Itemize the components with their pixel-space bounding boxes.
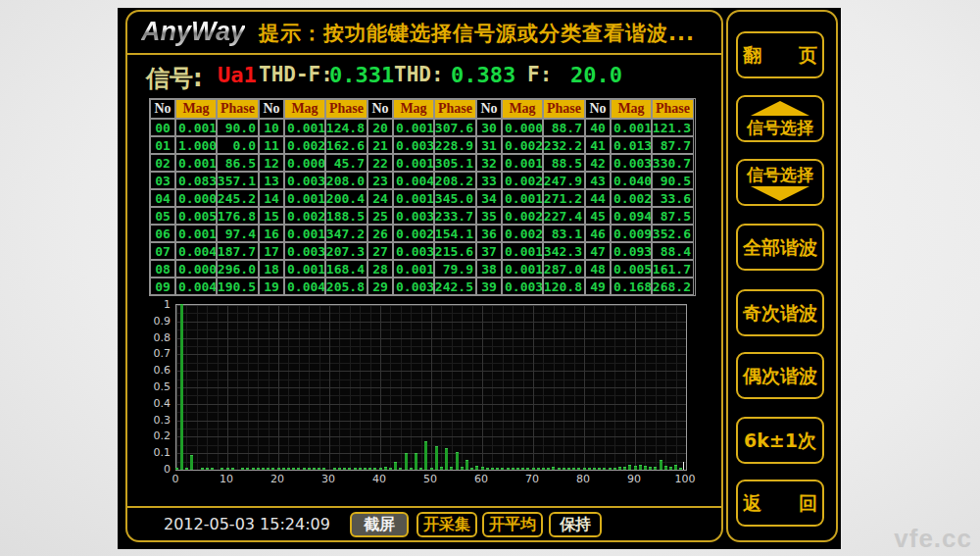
table-cell-mag: 0.168 [611,278,652,295]
table-cell-mag: 0.093 [611,242,652,260]
table-cell-mag: 0.001 [393,119,434,136]
table-cell-no: 37 [476,242,502,260]
table-cell-mag: 0.002 [284,207,325,225]
table-row: 040.000245.2140.001200.4240.001345.0340.… [150,189,695,207]
harmonic-bar [338,468,341,470]
table-cell-mag: 0.002 [611,189,652,207]
table-cell-mag: 0.003 [393,136,434,154]
table-cell-phase: 228.9 [434,136,476,154]
harmonic-bar [190,455,193,470]
table-cell-mag: 0.001 [284,119,325,136]
harmonic-bar [419,468,422,470]
table-cell-mag: 0.001 [502,260,543,278]
harmonic-bar [424,441,427,470]
y-tick-label: 0.5 [141,380,171,393]
harmonic-bar [410,468,413,471]
six-k-plus-minus-one-button[interactable]: 6k±1次 [736,417,824,464]
signal-name-value: Ua1 [218,63,257,87]
table-row: 000.00190.0100.001124.8200.001307.6300.0… [150,119,695,136]
table-cell-phase: 97.4 [217,225,259,242]
harmonic-bar [257,468,260,470]
table-cell-mag: 0.004 [175,278,217,295]
table-cell-phase: 287.0 [543,260,585,278]
harmonic-bar [297,468,300,470]
harmonic-bar [588,468,591,470]
y-tick-label: 0.8 [141,331,171,344]
harmonic-table: NoMagPhaseNoMagPhaseNoMagPhaseNoMagPhase… [149,98,696,296]
harmonic-bar [567,468,570,470]
harmonic-bar [475,466,478,470]
table-cell-mag: 0.002 [284,136,325,154]
harmonic-bar [664,466,667,470]
table-cell-mag: 0.003 [393,207,434,225]
table-cell-mag: 0.002 [393,225,434,242]
col-header-no: No [259,99,284,119]
table-cell-phase: 161.7 [652,260,694,278]
harmonic-bar [226,468,229,470]
harmonic-bar [287,468,290,470]
table-cell-phase: 87.7 [652,136,694,154]
table-cell-mag: 0.040 [611,172,652,189]
device-screen: AnyWay 提示：按功能键选择信号源或分类查看谐波... 信号: Ua1 TH… [118,8,841,549]
table-cell-phase: 208.2 [434,172,476,189]
table-cell-phase: 342.3 [543,242,585,260]
signal-select-down-button[interactable]: 信号选择 [736,159,824,206]
frequency-value: 20.0 [570,63,622,87]
table-cell-mag: 0.001 [393,154,434,172]
harmonic-bar [394,462,397,470]
table-cell-mag: 0.005 [175,207,217,225]
table-row: 011.0000.0110.002162.6210.003228.9310.00… [150,136,695,154]
col-header-mag: Mag [393,99,434,119]
start-average-button[interactable]: 开平均 [482,512,543,537]
y-tick-label: 1 [141,298,171,311]
table-cell-no: 05 [150,207,175,225]
even-harmonics-button[interactable]: 偶次谐波 [736,352,824,399]
harmonic-bar [512,468,514,470]
harmonic-bar [593,468,596,470]
harmonic-bar [333,468,336,470]
harmonic-bar [609,468,612,470]
table-cell-phase: 86.5 [217,154,259,172]
table-cell-phase: 121.3 [652,119,694,136]
table-cell-mag: 0.001 [284,260,325,278]
x-tick-label: 90 [621,473,647,485]
harmonic-bar [241,468,244,470]
table-cell-no: 06 [150,225,175,242]
harmonic-bar [292,468,295,470]
table-cell-phase: 268.2 [652,278,694,295]
signal-select-up-button[interactable]: 信号选择 [736,95,824,142]
harmonic-bar [558,468,561,470]
table-cell-no: 33 [476,172,502,189]
harmonic-bar [175,468,178,470]
odd-harmonics-button[interactable]: 奇次谐波 [736,289,824,336]
table-cell-phase: 352.6 [652,225,694,242]
table-cell-mag: 0.001 [611,119,652,136]
all-harmonics-button[interactable]: 全部谐波 [736,224,824,271]
table-cell-phase: 296.0 [217,260,259,278]
hold-button[interactable]: 保持 [549,512,602,537]
table-cell-phase: 88.4 [652,242,694,260]
table-cell-no: 01 [150,136,175,154]
back-button[interactable]: 返 回 [736,480,824,527]
screenshot-button[interactable]: 截屏 [350,512,409,537]
start-acquire-button[interactable]: 开采集 [416,512,477,537]
table-cell-mag: 0.009 [611,225,652,242]
table-cell-no: 07 [150,242,175,260]
table-cell-no: 19 [259,278,284,295]
harmonic-bar [277,468,280,470]
harmonic-bar [231,468,234,470]
table-cell-no: 46 [585,225,611,242]
table-row: 020.00186.5120.00045.7220.001305.1320.00… [150,154,695,172]
table-cell-no: 20 [368,119,393,136]
harmonic-bar [481,467,484,470]
harmonic-bar [308,468,311,470]
page-flip-button[interactable]: 翻 页 [736,31,824,78]
harmonic-bar [271,468,274,470]
table-cell-no: 44 [585,189,611,207]
table-cell-phase: 79.9 [434,260,476,278]
table-cell-phase: 45.7 [325,154,368,172]
harmonic-bar [634,466,637,470]
harmonic-bar [669,467,672,470]
table-cell-phase: 176.8 [217,207,259,225]
table-cell-mag: 0.001 [393,189,434,207]
